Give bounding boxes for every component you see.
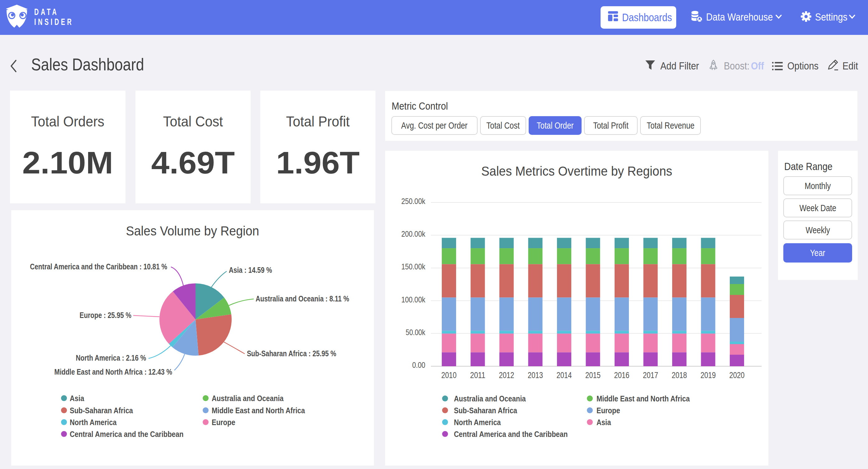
svg-text:150.00k: 150.00k <box>401 262 426 271</box>
svg-text:2015: 2015 <box>585 371 600 380</box>
svg-text:2020: 2020 <box>730 371 745 380</box>
svg-text:2014: 2014 <box>557 371 572 380</box>
svg-text:2010: 2010 <box>441 371 457 380</box>
svg-text:2011: 2011 <box>470 371 485 380</box>
svg-text:2017: 2017 <box>643 371 658 380</box>
svg-text:2018: 2018 <box>672 371 687 380</box>
svg-text:2019: 2019 <box>701 371 716 380</box>
svg-text:2016: 2016 <box>614 371 629 380</box>
svg-text:250.00k: 250.00k <box>401 197 426 206</box>
svg-text:2012: 2012 <box>499 371 514 380</box>
svg-text:2013: 2013 <box>528 371 543 380</box>
svg-text:100.00k: 100.00k <box>401 295 426 304</box>
svg-text:50.00k: 50.00k <box>406 328 426 337</box>
svg-text:0.00: 0.00 <box>412 360 425 370</box>
svg-text:200.00k: 200.00k <box>401 229 426 239</box>
